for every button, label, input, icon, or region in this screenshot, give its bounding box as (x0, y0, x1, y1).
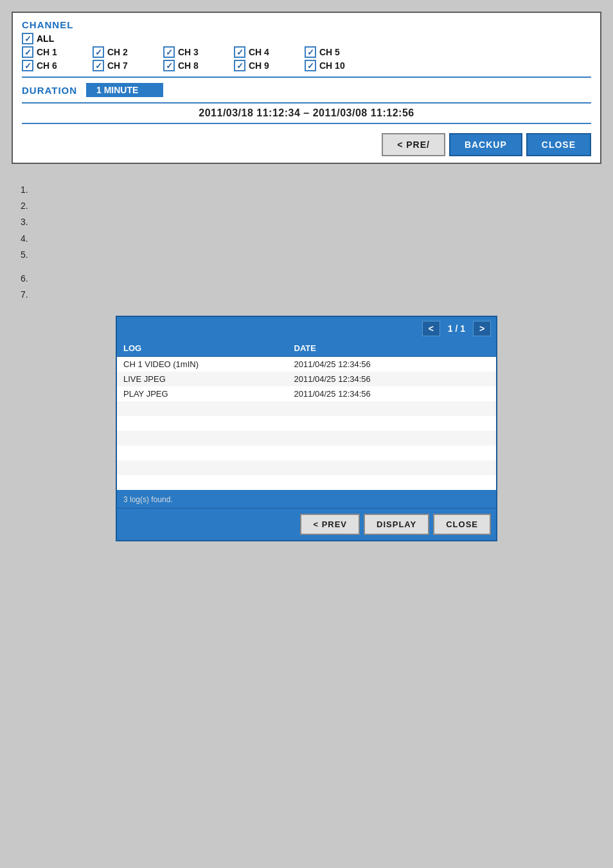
backup-button[interactable]: BACKUP (449, 133, 522, 156)
close-button-top[interactable]: CLOSE (526, 133, 591, 156)
channel-all-label: ALL (37, 33, 54, 44)
log-prev-button[interactable]: < PREV (300, 514, 360, 535)
table-row[interactable]: CH 1 VIDEO (1mIN) 2011/04/25 12:34:56 (117, 357, 496, 372)
channel-all-row: ALL (22, 33, 591, 44)
pre-button[interactable]: < PRE/ (382, 133, 445, 156)
date-range: 2011/03/18 11:12:34 – 2011/03/08 11:12:5… (22, 102, 591, 124)
table-row-empty (117, 460, 496, 475)
numbered-list: 1. 2. 3. 4. 5. 6. 7. (21, 182, 601, 303)
top-button-row: < PRE/ BACKUP CLOSE (22, 131, 591, 156)
checkbox-all[interactable] (22, 33, 33, 44)
table-row-empty (117, 431, 496, 446)
checkbox-ch7[interactable] (93, 60, 104, 71)
table-row[interactable]: LIVE JPEG 2011/04/25 12:34:56 (117, 372, 496, 386)
log-display-button[interactable]: DISPLAY (364, 514, 429, 535)
checkbox-ch3[interactable] (163, 46, 175, 58)
log-entry-1-log: LIVE JPEG (117, 372, 288, 386)
channel-grid: CH 1 CH 2 CH 3 CH 4 CH 5 CH 6 (22, 46, 591, 71)
channel-ch3: CH 3 (163, 46, 234, 58)
channel-ch5: CH 5 (305, 46, 375, 58)
page-prev-btn[interactable]: < (422, 321, 440, 336)
table-row[interactable]: PLAY JPEG 2011/04/25 12:34:56 (117, 386, 496, 401)
pagination-row: < 1 / 1 > (117, 317, 496, 340)
duration-label: DURATION (22, 85, 80, 96)
log-button-row: < PREV DISPLAY CLOSE (117, 508, 496, 540)
checkbox-ch2[interactable] (93, 46, 104, 58)
table-row-empty (117, 416, 496, 431)
channel-ch10: CH 10 (305, 60, 388, 71)
channel-ch4: CH 4 (234, 46, 305, 58)
log-entry-0-log: CH 1 VIDEO (1mIN) (117, 357, 288, 372)
channel-ch6: CH 6 (22, 60, 93, 71)
table-row-empty (117, 446, 496, 460)
log-entry-2-date: 2011/04/25 12:34:56 (288, 386, 497, 401)
list-item-4: 4. (21, 231, 601, 247)
checkbox-ch4[interactable] (234, 46, 245, 58)
log-col-header-log: LOG (117, 340, 288, 357)
checkbox-ch10[interactable] (305, 60, 316, 71)
duration-value: 1 MINUTE (86, 83, 163, 97)
log-col-header-date: DATE (288, 340, 497, 357)
checkbox-ch6[interactable] (22, 60, 33, 71)
log-entry-2-log: PLAY JPEG (117, 386, 288, 401)
table-row-empty (117, 401, 496, 416)
duration-row: DURATION 1 MINUTE (22, 83, 591, 97)
channel-label: CHANNEL (22, 19, 591, 30)
channel-ch1: CH 1 (22, 46, 93, 58)
channel-ch2: CH 2 (93, 46, 163, 58)
log-entry-1-date: 2011/04/25 12:34:56 (288, 372, 497, 386)
list-item-1: 1. (21, 182, 601, 198)
log-footer-text: 3 log(s) found. (117, 490, 496, 508)
channel-row-1: CH 1 CH 2 CH 3 CH 4 CH 5 (22, 46, 591, 58)
channel-row-2: CH 6 CH 7 CH 8 CH 9 CH 10 (22, 60, 591, 71)
table-row-empty (117, 475, 496, 490)
channel-ch8: CH 8 (163, 60, 234, 71)
log-close-button[interactable]: CLOSE (433, 514, 491, 535)
checkbox-ch5[interactable] (305, 46, 316, 58)
page-info: 1 / 1 (443, 323, 470, 334)
page-next-btn[interactable]: > (473, 321, 491, 336)
list-item-3: 3. (21, 214, 601, 230)
log-table: LOG DATE CH 1 VIDEO (1mIN) 2011/04/25 12… (117, 340, 496, 490)
channel-panel: CHANNEL ALL CH 1 CH 2 CH 3 CH 4 (12, 12, 601, 164)
channel-ch9: CH 9 (234, 60, 305, 71)
channel-ch7: CH 7 (93, 60, 163, 71)
checkbox-ch1[interactable] (22, 46, 33, 58)
log-panel: < 1 / 1 > LOG DATE CH 1 VIDEO (1mIN) 201… (116, 316, 497, 541)
checkbox-ch8[interactable] (163, 60, 175, 71)
list-item-7: 7. (21, 287, 601, 303)
list-item-2: 2. (21, 198, 601, 214)
list-item-6: 6. (21, 271, 601, 287)
list-item-5: 5. (21, 247, 601, 263)
checkbox-ch9[interactable] (234, 60, 245, 71)
log-entry-0-date: 2011/04/25 12:34:56 (288, 357, 497, 372)
